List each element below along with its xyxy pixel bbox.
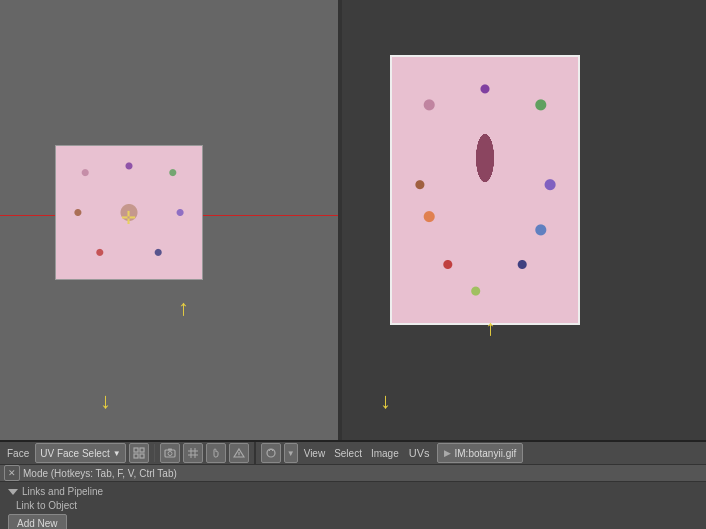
toolbar-section-sep xyxy=(254,442,256,464)
uv-texture-right xyxy=(390,55,580,325)
uv-texture-img xyxy=(392,57,578,323)
triangle-icon xyxy=(8,489,18,495)
camera-icon xyxy=(164,447,176,459)
uv-sync-icon xyxy=(265,447,277,459)
svg-rect-1 xyxy=(140,448,144,452)
small-arrow-btn[interactable]: ▼ xyxy=(284,443,298,463)
svg-point-5 xyxy=(168,452,172,456)
dropdown-arrow: ▼ xyxy=(113,449,121,458)
view-label[interactable]: View xyxy=(301,448,329,459)
arrow-up-right: ↑ xyxy=(485,315,496,341)
image-name-label: IM:botanyii.gif xyxy=(455,448,517,459)
arrow-down-right: ↓ xyxy=(380,388,391,414)
toolbar-divider-1 xyxy=(154,444,155,462)
grid-icon-btn[interactable] xyxy=(183,443,203,463)
svg-point-14 xyxy=(267,449,275,457)
link-to-object-row: Link to Object xyxy=(8,500,77,511)
link-to-object-label: Link to Object xyxy=(16,500,77,511)
main-area: ✛ ↑ ↓ ↑ ↓ xyxy=(0,0,706,440)
svg-rect-2 xyxy=(134,454,138,458)
grid-icon xyxy=(187,447,199,459)
image-select-icon: ▶ xyxy=(444,448,451,458)
toolbar-row1: Face UV Face Select ▼ xyxy=(0,442,706,465)
links-pipeline-header: Links and Pipeline xyxy=(8,486,103,497)
svg-rect-6 xyxy=(168,449,172,451)
move-cursor-icon: ✛ xyxy=(117,207,139,229)
small-arrow-icon: ▼ xyxy=(287,449,295,458)
links-pipeline-label: Links and Pipeline xyxy=(22,486,103,497)
close-mode-btn[interactable]: ✕ xyxy=(4,465,20,481)
left-viewport[interactable]: ✛ ↑ ↓ xyxy=(0,0,340,440)
mode-hotkeys-text: Mode (Hotkeys: Tab, F, V, Ctrl Tab) xyxy=(23,468,177,479)
mode-dropdown-label: UV Face Select xyxy=(40,448,109,459)
viewport-separator xyxy=(340,0,342,440)
warning-icon xyxy=(233,447,245,459)
uvs-label[interactable]: UVs xyxy=(405,447,434,459)
arrow-up-left: ↑ xyxy=(178,295,189,321)
svg-rect-0 xyxy=(134,448,138,452)
hand-icon-btn[interactable] xyxy=(206,443,226,463)
uv-face-select-dropdown[interactable]: UV Face Select ▼ xyxy=(35,443,125,463)
svg-point-13 xyxy=(238,456,239,457)
add-new-btn[interactable]: Add New xyxy=(8,514,67,529)
close-icon: ✕ xyxy=(8,468,16,478)
arrow-down-left: ↓ xyxy=(100,388,111,414)
warning-icon-btn[interactable] xyxy=(229,443,249,463)
mesh-icon xyxy=(133,447,145,459)
hand-icon xyxy=(210,447,222,459)
image-label[interactable]: Image xyxy=(368,448,402,459)
face-label: Face xyxy=(4,448,32,459)
uv-sync-icon-btn[interactable] xyxy=(261,443,281,463)
toolbar-row2: ✕ Mode (Hotkeys: Tab, F, V, Ctrl Tab) xyxy=(0,465,706,482)
camera-icon-btn[interactable] xyxy=(160,443,180,463)
toolbar-row3: Links and Pipeline Link to Object Add Ne… xyxy=(0,482,706,529)
right-viewport[interactable]: ↑ ↓ xyxy=(340,0,706,440)
bottom-toolbar: Face UV Face Select ▼ xyxy=(0,440,706,529)
select-label[interactable]: Select xyxy=(331,448,365,459)
image-select-dropdown[interactable]: ▶ IM:botanyii.gif xyxy=(437,443,524,463)
svg-rect-3 xyxy=(140,454,144,458)
mesh-icon-btn[interactable] xyxy=(129,443,149,463)
